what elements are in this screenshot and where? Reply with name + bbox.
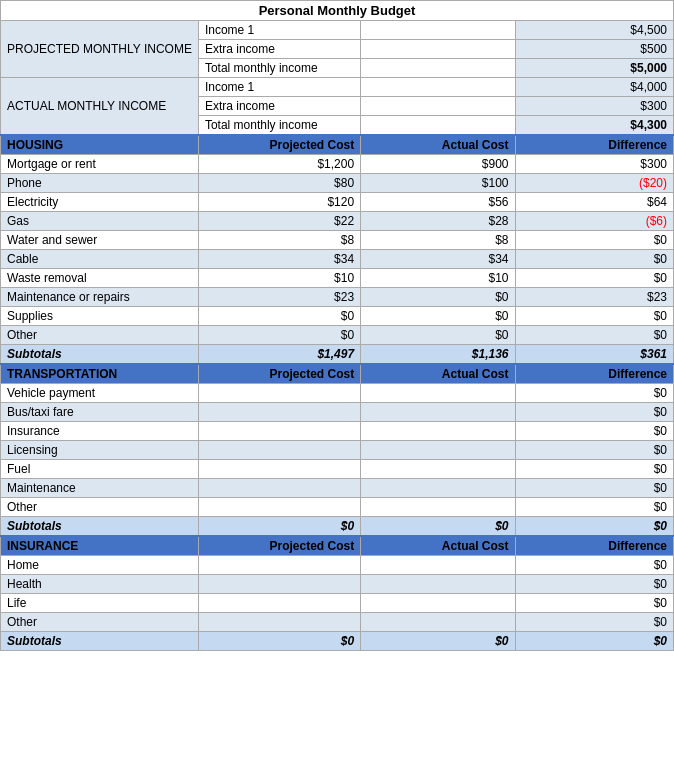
data-row: Phone$80$100($20) — [1, 174, 674, 193]
subtotal-actual: $1,136 — [361, 345, 515, 365]
row-projected — [198, 460, 360, 479]
row-projected — [198, 441, 360, 460]
row-actual — [361, 498, 515, 517]
row-diff: $0 — [515, 441, 673, 460]
data-row: Bus/taxi fare$0 — [1, 403, 674, 422]
data-row: Electricity$120$56$64 — [1, 193, 674, 212]
row-label: Insurance — [1, 422, 199, 441]
insurance-col1: Projected Cost — [198, 536, 360, 556]
row-projected: $80 — [198, 174, 360, 193]
row-actual: $0 — [361, 326, 515, 345]
data-row: Mortgage or rent$1,200$900$300 — [1, 155, 674, 174]
actual-income-row-1: ACTUAL MONTHLY INCOME Income 1 $4,000 — [1, 78, 674, 97]
projected-income-1-value: $4,500 — [515, 21, 673, 40]
projected-income-1-label: Income 1 — [198, 21, 360, 40]
row-actual: $0 — [361, 307, 515, 326]
row-actual: $100 — [361, 174, 515, 193]
actual-income-2-value: $300 — [515, 97, 673, 116]
transportation-col1: Projected Cost — [198, 364, 360, 384]
row-actual — [361, 479, 515, 498]
data-row: Gas$22$28($6) — [1, 212, 674, 231]
actual-income-1-value: $4,000 — [515, 78, 673, 97]
projected-income-label: PROJECTED MONTHLY INCOME — [1, 21, 199, 78]
row-diff: $0 — [515, 250, 673, 269]
row-label: Cable — [1, 250, 199, 269]
data-row: Home$0 — [1, 556, 674, 575]
row-diff: $64 — [515, 193, 673, 212]
row-actual: $0 — [361, 288, 515, 307]
row-diff: $0 — [515, 326, 673, 345]
row-actual: $900 — [361, 155, 515, 174]
insurance-rows: Home$0Health$0Life$0Other$0Subtotals$0$0… — [1, 556, 674, 651]
actual-income-1-label: Income 1 — [198, 78, 360, 97]
row-actual — [361, 403, 515, 422]
insurance-col3: Difference — [515, 536, 673, 556]
row-diff: $0 — [515, 594, 673, 613]
row-actual — [361, 422, 515, 441]
row-actual: $10 — [361, 269, 515, 288]
row-projected: $120 — [198, 193, 360, 212]
row-projected — [198, 594, 360, 613]
subtotal-diff: $361 — [515, 345, 673, 365]
data-row: Other$0 — [1, 613, 674, 632]
transportation-section-header: TRANSPORTATION Projected Cost Actual Cos… — [1, 364, 674, 384]
transportation-rows: Vehicle payment$0Bus/taxi fare$0Insuranc… — [1, 384, 674, 537]
data-row: Licensing$0 — [1, 441, 674, 460]
row-diff: $0 — [515, 575, 673, 594]
row-label: Gas — [1, 212, 199, 231]
row-diff: $0 — [515, 613, 673, 632]
row-projected: $23 — [198, 288, 360, 307]
subtotal-diff: $0 — [515, 632, 673, 651]
page-title: Personal Monthly Budget — [1, 1, 674, 21]
row-label: Life — [1, 594, 199, 613]
row-projected — [198, 613, 360, 632]
row-diff: $0 — [515, 460, 673, 479]
title-row: Personal Monthly Budget — [1, 1, 674, 21]
row-projected: $8 — [198, 231, 360, 250]
row-projected — [198, 498, 360, 517]
actual-income-label: ACTUAL MONTHLY INCOME — [1, 78, 199, 136]
row-label: Health — [1, 575, 199, 594]
housing-col2: Actual Cost — [361, 135, 515, 155]
housing-col1: Projected Cost — [198, 135, 360, 155]
row-label: Other — [1, 498, 199, 517]
row-diff: $0 — [515, 307, 673, 326]
row-actual — [361, 575, 515, 594]
data-row: Cable$34$34$0 — [1, 250, 674, 269]
row-label: Other — [1, 613, 199, 632]
row-actual: $56 — [361, 193, 515, 212]
row-projected: $0 — [198, 307, 360, 326]
data-row: Insurance$0 — [1, 422, 674, 441]
row-label: Electricity — [1, 193, 199, 212]
row-diff: $300 — [515, 155, 673, 174]
row-projected: $0 — [198, 326, 360, 345]
row-label: Mortgage or rent — [1, 155, 199, 174]
row-projected: $22 — [198, 212, 360, 231]
subtotal-projected: $1,497 — [198, 345, 360, 365]
row-diff: $0 — [515, 403, 673, 422]
row-label: Bus/taxi fare — [1, 403, 199, 422]
projected-income-2-value: $500 — [515, 40, 673, 59]
budget-table: Personal Monthly Budget PROJECTED MONTHL… — [0, 0, 674, 651]
projected-income-row-1: PROJECTED MONTHLY INCOME Income 1 $4,500 — [1, 21, 674, 40]
row-label: Phone — [1, 174, 199, 193]
row-diff: ($20) — [515, 174, 673, 193]
actual-income-2-label: Extra income — [198, 97, 360, 116]
row-diff: $23 — [515, 288, 673, 307]
subtotal-diff: $0 — [515, 517, 673, 537]
row-label: Maintenance — [1, 479, 199, 498]
data-row: Water and sewer$8$8$0 — [1, 231, 674, 250]
housing-col3: Difference — [515, 135, 673, 155]
row-diff: $0 — [515, 556, 673, 575]
data-row: Maintenance$0 — [1, 479, 674, 498]
row-diff: $0 — [515, 384, 673, 403]
data-row: Fuel$0 — [1, 460, 674, 479]
subtotal-projected: $0 — [198, 632, 360, 651]
row-diff: $0 — [515, 498, 673, 517]
row-diff: ($6) — [515, 212, 673, 231]
row-label: Licensing — [1, 441, 199, 460]
subtotal-actual: $0 — [361, 517, 515, 537]
data-row: Other$0 — [1, 498, 674, 517]
row-label: Waste removal — [1, 269, 199, 288]
row-actual — [361, 460, 515, 479]
